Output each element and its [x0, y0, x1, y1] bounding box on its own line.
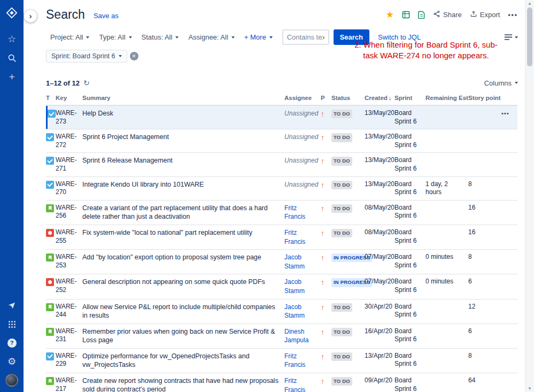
issue-key-link[interactable]: WARE-252 [56, 278, 77, 294]
issue-sprint: Board Sprint 6 [394, 324, 425, 348]
column-header-summary[interactable]: Summary [82, 93, 284, 105]
issue-key-link[interactable]: WARE-273 [56, 109, 77, 125]
issue-key-link[interactable]: WARE-244 [56, 303, 77, 319]
issue-row[interactable]: WARE-273 Help Desk Unassigned TO DO 13/M… [46, 105, 517, 129]
issue-assignee-link[interactable]: Dinesh Jampula [284, 328, 308, 344]
status-filter-dropdown[interactable]: Status: All [137, 30, 183, 44]
sprint-filter-chip[interactable]: Sprint: Board Sprint 6 [46, 50, 127, 63]
priority-high-icon [321, 329, 324, 336]
vertical-scrollbar[interactable]: ▲ ▼ [525, 0, 534, 392]
priority-high-icon [321, 353, 324, 361]
issue-summary-link[interactable]: Sprint 6 Release Management [82, 157, 173, 164]
issue-key-link[interactable]: WARE-217 [56, 376, 77, 392]
issue-assignee-link[interactable]: Fritz Francis [284, 352, 305, 369]
column-header-story-points[interactable]: Story point estimate [468, 93, 501, 105]
column-header-created[interactable]: Created↓ [365, 93, 394, 105]
app-switcher-icon[interactable] [4, 318, 19, 330]
issue-key-link[interactable]: WARE-271 [56, 156, 77, 172]
assignee-filter-dropdown[interactable]: Assignee: All [184, 30, 238, 44]
issue-created: 30/Apr/20 [365, 299, 394, 324]
issue-summary-link[interactable]: General description not appearing on som… [82, 278, 265, 286]
issue-assignee-link[interactable]: Jacob Stamm [284, 303, 305, 320]
expand-sidebar-button[interactable]: › [24, 10, 37, 22]
issue-key-link[interactable]: WARE-270 [56, 180, 77, 196]
issue-sprint: Board Sprint 6 [394, 176, 425, 200]
favorite-star-button[interactable]: ★ [386, 9, 394, 20]
issue-row[interactable]: WARE-270 Integrate Kendo UI library into… [46, 176, 517, 200]
issue-key-link[interactable]: WARE-229 [56, 352, 77, 368]
share-button[interactable]: Share [433, 10, 462, 19]
issue-summary-link[interactable]: Add "by location" export option to propo… [82, 253, 261, 261]
row-actions-button[interactable]: ••• [501, 109, 509, 118]
contains-text-input[interactable] [282, 29, 329, 45]
issue-summary-link[interactable]: Help Desk [82, 110, 113, 117]
issue-summary-link[interactable]: Create a variant of the part replacement… [82, 204, 268, 220]
column-header-status[interactable]: Status [331, 93, 365, 105]
issue-summary-link[interactable]: Create new report showing contracts that… [82, 377, 278, 392]
issue-key-link[interactable]: WARE-255 [56, 228, 77, 244]
issue-remaining-estimate [425, 324, 468, 348]
remove-sprint-filter-icon[interactable]: ✕ [130, 52, 138, 60]
issue-story-points: 64 [468, 373, 501, 392]
column-header-remaining-estimate[interactable]: Remaining Estimate [425, 93, 468, 105]
spreadsheet-view-icon[interactable] [402, 11, 410, 19]
type-filter-dropdown[interactable]: Type: All [95, 30, 136, 44]
issue-summary-link[interactable]: Allow new Service P&L report to include … [82, 303, 275, 319]
issue-row[interactable]: WARE-271 Sprint 6 Release Management Una… [46, 153, 517, 176]
issue-created: 13/May/20 [365, 176, 394, 200]
export-button[interactable]: Export [470, 10, 500, 19]
scroll-down-icon[interactable]: ▼ [525, 386, 534, 391]
create-issue-icon[interactable]: ＋ [4, 70, 19, 83]
more-actions-button[interactable]: ••• [508, 11, 518, 19]
priority-high-icon [321, 378, 324, 386]
issue-summary-link[interactable]: Remember prior values when going back on… [82, 328, 275, 344]
issue-summary-link[interactable]: Optimize performance for vw_OpenedProjec… [82, 352, 250, 368]
refresh-icon[interactable]: ↻ [83, 79, 90, 87]
issue-assignee-link[interactable]: Fritz Francis [284, 377, 305, 392]
save-as-link[interactable]: Save as [94, 12, 119, 20]
issue-row[interactable]: WARE-253 Add "by location" export option… [46, 250, 517, 274]
starred-nav-icon[interactable]: ☆ [4, 33, 19, 45]
jira-logo-icon[interactable] [4, 6, 19, 19]
issue-summary-link[interactable]: Fix system-wide "local to national" part… [82, 229, 252, 236]
issue-row[interactable]: WARE-217 Create new report showing contr… [46, 373, 517, 392]
issue-sprint: Board Sprint 6 [394, 225, 425, 249]
search-nav-icon[interactable] [4, 51, 19, 64]
issue-key-link[interactable]: WARE-253 [56, 253, 77, 269]
column-header-assignee[interactable]: Assignee [284, 93, 321, 105]
feedback-icon[interactable] [4, 299, 19, 312]
issue-story-points [468, 153, 501, 176]
document-view-icon[interactable] [418, 11, 425, 19]
column-header-sprint[interactable]: Sprint [394, 93, 425, 105]
issue-story-points: 8 [468, 250, 501, 274]
issue-row[interactable]: WARE-255 Fix system-wide "local to natio… [46, 225, 517, 249]
more-filters-button[interactable]: + More [240, 30, 277, 44]
issue-assignee-link[interactable]: Jacob Stamm [284, 278, 305, 295]
settings-gear-icon[interactable]: ⚙ [4, 355, 19, 368]
issue-row[interactable]: WARE-244 Allow new Service P&L report to… [46, 299, 517, 324]
user-avatar[interactable] [4, 374, 19, 387]
issue-row[interactable]: WARE-272 Sprint 6 Project Management Una… [46, 129, 517, 153]
columns-dropdown[interactable]: Columns [484, 79, 518, 87]
issue-row[interactable]: WARE-252 General description not appeari… [46, 274, 517, 299]
column-header-priority[interactable]: P [321, 93, 331, 105]
column-header-key[interactable]: Key [56, 93, 82, 105]
issue-assignee-link[interactable]: Jacob Stamm [284, 253, 305, 270]
priority-high-icon [321, 255, 324, 262]
scrollbar-thumb[interactable] [527, 7, 532, 66]
issue-row[interactable]: WARE-229 Optimize performance for vw_Ope… [46, 348, 517, 373]
issue-summary-link[interactable]: Sprint 6 Project Management [82, 133, 169, 141]
issue-assignee-link[interactable]: Fritz Francis [284, 229, 305, 245]
issue-key-link[interactable]: WARE-272 [56, 133, 77, 149]
project-filter-dropdown[interactable]: Project: All [46, 30, 94, 44]
scroll-up-icon[interactable]: ▲ [525, 1, 534, 6]
header-actions: ★ Share Export ••• [386, 9, 518, 20]
issue-row[interactable]: WARE-256 Create a variant of the part re… [46, 200, 517, 225]
issue-key-link[interactable]: WARE-231 [56, 327, 77, 343]
issue-key-link[interactable]: WARE-256 [56, 204, 77, 220]
issue-assignee-link[interactable]: Fritz Francis [284, 204, 305, 221]
issue-row[interactable]: WARE-231 Remember prior values when goin… [46, 324, 517, 348]
column-header-type[interactable]: T [46, 93, 56, 105]
help-icon[interactable]: ? [4, 336, 19, 349]
issue-summary-link[interactable]: Integrate Kendo UI library into 101WARE [82, 181, 204, 188]
